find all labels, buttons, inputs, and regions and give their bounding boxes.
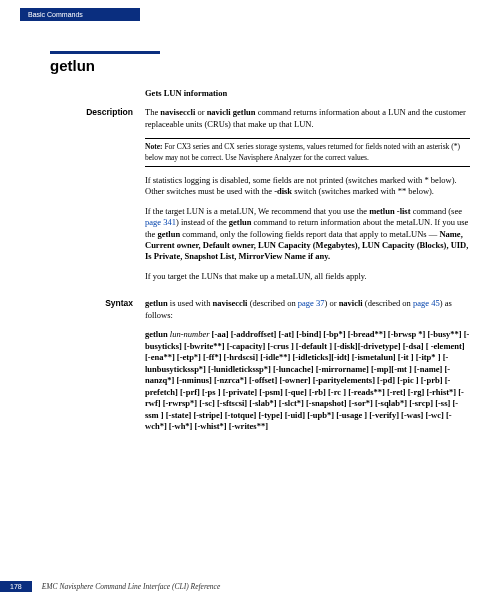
description-p3: If the target LUN is a metaLUN, We recom…	[145, 206, 470, 263]
syntax-switches: [-aa] [-addroffset] [-at] [-bind] [-bp*]…	[145, 329, 469, 431]
description-p1: The naviseccli or navicli getlun command…	[145, 107, 470, 130]
page-link-37[interactable]: page 37	[298, 298, 325, 308]
page-link-45[interactable]: page 45	[413, 298, 440, 308]
page-number: 178	[0, 581, 32, 592]
title-block: getlun	[50, 51, 160, 74]
page-footer: 178 EMC Navisphere Command Line Interfac…	[0, 581, 220, 592]
syntax-intro: getlun is used with naviseccli (describe…	[145, 298, 470, 321]
page-content: getlun Gets LUN information Description …	[50, 51, 470, 433]
command-title: getlun	[50, 57, 160, 74]
note-text: For CX3 series and CX series storage sys…	[145, 142, 460, 161]
syntax-code-block: getlun lun-number [-aa] [-addroffset] [-…	[145, 329, 470, 432]
footer-text: EMC Navisphere Command Line Interface (C…	[42, 582, 221, 591]
description-p2: If statistics logging is disabled, some …	[145, 175, 470, 198]
note-label: Note:	[145, 142, 163, 151]
description-p4: If you target the LUNs that make up a me…	[145, 271, 470, 282]
subtitle: Gets LUN information	[145, 88, 470, 99]
header-tab: Basic Commands	[20, 8, 140, 21]
syntax-label: Syntax	[50, 298, 145, 432]
note-box: Note: For CX3 series and CX series stora…	[145, 138, 470, 166]
description-label: Description	[50, 107, 145, 290]
page-link-341[interactable]: page 341	[145, 217, 176, 227]
